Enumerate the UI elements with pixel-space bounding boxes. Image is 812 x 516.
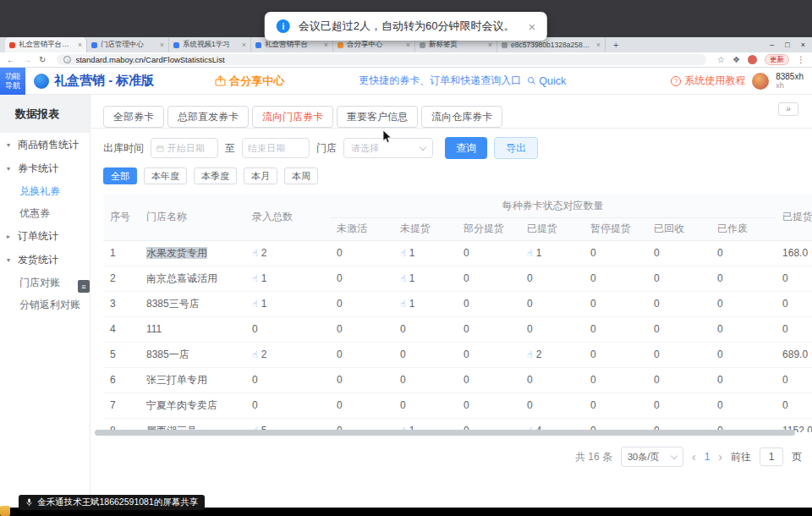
brand: 礼盒营销 - 标准版: [34, 73, 154, 89]
reload-button[interactable]: ↻: [39, 56, 46, 64]
tab-close-icon[interactable]: ×: [596, 41, 601, 49]
content-tab[interactable]: 重要客户信息: [337, 106, 418, 128]
range-chip[interactable]: 本年度: [144, 167, 187, 184]
user-avatar[interactable]: [752, 73, 769, 90]
collapse-panel-button[interactable]: »: [778, 102, 798, 116]
table-row: 7宁夏羊肉专卖店000000000: [103, 392, 812, 418]
url-bar[interactable]: i standard.maboy.cn/CardFlowStatisticsLi…: [57, 54, 706, 65]
link-hand-icon[interactable]: ☝: [252, 273, 258, 283]
microphone-icon: [25, 497, 33, 508]
share-user-icon: [0, 506, 10, 516]
cell-count: 0: [330, 240, 393, 266]
link-hand-icon[interactable]: ☝: [252, 349, 258, 360]
promo-link[interactable]: 更快捷的券卡、订单和快递查询入口: [359, 74, 521, 88]
tab-close-icon[interactable]: ×: [406, 41, 410, 49]
current-page[interactable]: 1: [705, 451, 710, 463]
sidebar-item[interactable]: ▸订单统计: [0, 224, 90, 248]
profile-avatar[interactable]: [748, 55, 757, 64]
next-page-button[interactable]: ›: [718, 450, 722, 464]
cell-count: 0: [584, 392, 647, 418]
goto-page-input[interactable]: [760, 447, 783, 466]
range-chip[interactable]: 全部: [103, 167, 137, 184]
store-select-value: 请选择: [351, 142, 379, 155]
start-date-input[interactable]: [151, 138, 218, 158]
browser-tab[interactable]: 系统视频1学习×: [169, 37, 251, 52]
close-button[interactable]: ×: [801, 41, 805, 49]
quick-search-link[interactable]: Quick: [527, 75, 566, 87]
tab-close-icon[interactable]: ×: [242, 41, 246, 49]
link-hand-icon[interactable]: ☝: [400, 299, 406, 309]
browser-addressbar: ← → ↻ i standard.maboy.cn/CardFlowStatis…: [0, 52, 812, 68]
minimize-button[interactable]: –: [770, 41, 774, 49]
col-status: 已提货: [520, 217, 584, 240]
extensions-icon[interactable]: ❖: [732, 55, 740, 64]
page-size-select[interactable]: 30条/页: [621, 447, 683, 467]
sidebar-item[interactable]: 分销返利对账: [0, 294, 90, 316]
range-chip[interactable]: 本季度: [194, 167, 237, 184]
tab-close-icon[interactable]: ×: [78, 41, 82, 49]
sidebar-item[interactable]: 门店对账: [0, 272, 90, 294]
share-center-link[interactable]: 合分享中心: [215, 74, 284, 89]
search-button[interactable]: 查询: [445, 137, 487, 159]
cell-count[interactable]: ☝1: [393, 240, 457, 266]
tab-close-icon[interactable]: ×: [160, 41, 164, 49]
browser-tab[interactable]: 门店管理中心×: [87, 37, 169, 52]
browser-tab-title: 新标签页: [429, 40, 485, 50]
tab-close-icon[interactable]: ×: [488, 41, 492, 49]
menu-icon[interactable]: ⋮: [797, 55, 805, 64]
content-tab[interactable]: 流向门店券卡: [252, 106, 333, 128]
cell-count: 0: [584, 316, 647, 342]
horizontal-scrollbar[interactable]: [95, 430, 795, 436]
cell-count[interactable]: ☝2: [245, 342, 330, 367]
link-hand-icon[interactable]: ☝: [400, 273, 406, 283]
prev-page-button[interactable]: ‹: [692, 450, 696, 464]
link-hand-icon[interactable]: ☝: [252, 248, 258, 258]
tutorial-link[interactable]: ? 系统使用教程: [671, 74, 745, 88]
tab-close-icon[interactable]: ×: [324, 41, 328, 49]
cell-count: 0: [457, 291, 520, 316]
toast-close-icon[interactable]: ×: [528, 19, 535, 34]
goto-label: 前往: [731, 450, 751, 464]
content-tab[interactable]: 总部直发券卡: [167, 106, 249, 128]
cell-count[interactable]: ☝1: [520, 240, 584, 266]
sidebar-item[interactable]: ▾商品销售统计: [0, 133, 90, 156]
maximize-button[interactable]: □: [785, 41, 789, 49]
link-hand-icon[interactable]: ☝: [400, 248, 406, 258]
cell-count[interactable]: ☝1: [245, 291, 330, 316]
link-hand-icon[interactable]: ☝: [252, 299, 258, 309]
function-nav-button[interactable]: 功能 导航: [0, 68, 25, 95]
end-date-field[interactable]: [248, 143, 304, 153]
sidebar-item[interactable]: ▾券卡统计: [0, 156, 90, 180]
range-chip[interactable]: 本周: [284, 167, 318, 184]
export-button[interactable]: 导出: [494, 137, 538, 159]
site-info-icon[interactable]: i: [63, 56, 71, 63]
stats-table: 序号 门店名称 录入总数 每种券卡状态对应数量 已提货金额 未激活 未提货 部分…: [103, 195, 812, 432]
browser-tab-title: 礼盒营销平台: [265, 40, 321, 50]
cell-count[interactable]: ☝1: [393, 291, 457, 316]
link-hand-icon[interactable]: ☝: [527, 248, 533, 258]
cell-count[interactable]: ☝1: [393, 266, 457, 291]
cell-count[interactable]: ☝1: [245, 266, 330, 291]
end-date-input[interactable]: [242, 138, 310, 158]
cell-count: 0: [584, 266, 647, 291]
update-button[interactable]: 更新: [765, 54, 789, 65]
bookmark-star-icon[interactable]: ☆: [717, 55, 725, 64]
cell-count[interactable]: ☝2: [245, 240, 330, 266]
range-chip[interactable]: 本月: [244, 167, 277, 184]
user-info[interactable]: 8385xh xh: [776, 72, 804, 90]
start-date-field[interactable]: [167, 143, 212, 153]
forward-button[interactable]: →: [23, 56, 31, 64]
browser-tab[interactable]: 礼盒营销平台管理中心×: [5, 37, 87, 52]
sidebar-item[interactable]: ▾发货统计: [0, 248, 90, 272]
content-tab[interactable]: 流向仓库券卡: [421, 106, 502, 128]
sidebar-collapse-handle[interactable]: ≡: [78, 280, 90, 293]
cell-count[interactable]: ☝2: [520, 342, 584, 367]
content-tab[interactable]: 全部券卡: [103, 106, 164, 128]
new-tab-button[interactable]: +: [606, 37, 626, 52]
back-button[interactable]: ←: [7, 56, 15, 64]
link-hand-icon[interactable]: ☝: [527, 349, 533, 360]
sidebar-item[interactable]: 兑换礼券: [0, 180, 90, 202]
cell-count: 0: [330, 342, 393, 367]
sidebar-item[interactable]: 优惠券: [0, 202, 90, 224]
cell-count: 0: [710, 367, 776, 392]
